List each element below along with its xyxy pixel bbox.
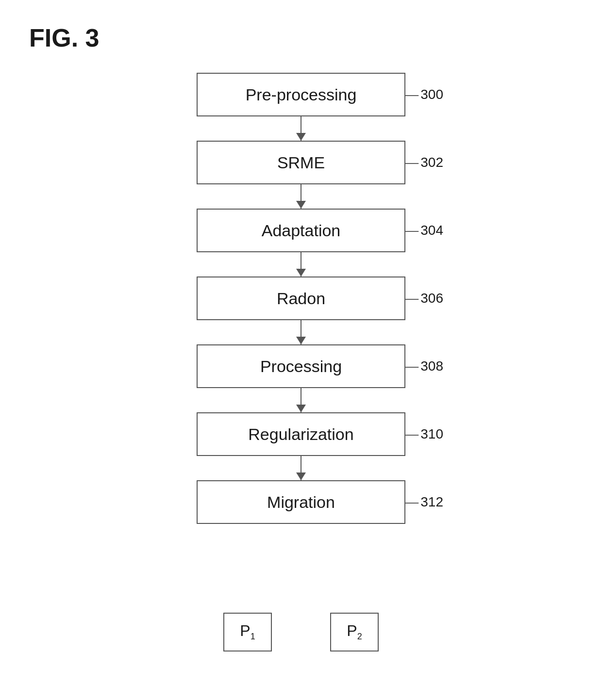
legend-p1: P1: [223, 613, 272, 651]
box-pre-processing: Pre-processing 300: [197, 73, 405, 116]
box-srme-label: SRME: [277, 153, 325, 172]
arrow-6: [301, 456, 301, 480]
arrow-5: [301, 388, 301, 412]
page: FIG. 3 Pre-processing 300 SRME 302 Adapt…: [0, 0, 602, 700]
box-adaptation: Adaptation 304: [197, 209, 405, 252]
box-regularization-label: Regularization: [248, 425, 353, 444]
arrow-2: [301, 184, 301, 209]
legend-p1-label: P1: [240, 622, 255, 642]
ref-304: 304: [405, 223, 443, 238]
arrow-3: [301, 252, 301, 277]
box-radon-label: Radon: [277, 289, 325, 308]
diagram-container: Pre-processing 300 SRME 302 Adaptation 3…: [150, 73, 452, 524]
arrow-4: [301, 320, 301, 344]
ref-312: 312: [405, 494, 443, 510]
box-radon: Radon 306: [197, 277, 405, 320]
ref-306: 306: [405, 291, 443, 306]
box-migration-label: Migration: [267, 493, 335, 512]
ref-310: 310: [405, 426, 443, 442]
box-srme: SRME 302: [197, 141, 405, 184]
box-migration: Migration 312: [197, 480, 405, 524]
box-processing-label: Processing: [260, 357, 342, 376]
legend-p2-label: P2: [347, 622, 362, 642]
legend-p2-sub: 2: [357, 632, 362, 642]
box-pre-processing-label: Pre-processing: [246, 85, 357, 104]
box-regularization: Regularization 310: [197, 412, 405, 456]
arrow-1: [301, 116, 301, 141]
ref-308: 308: [405, 358, 443, 374]
legend-p1-sub: 1: [251, 632, 255, 642]
ref-300: 300: [405, 87, 443, 102]
box-processing: Processing 308: [197, 344, 405, 388]
box-adaptation-label: Adaptation: [262, 221, 341, 240]
legend-row: P1 P2: [223, 613, 379, 651]
ref-302: 302: [405, 155, 443, 170]
figure-label: FIG. 3: [29, 23, 99, 52]
legend-p2: P2: [330, 613, 379, 651]
